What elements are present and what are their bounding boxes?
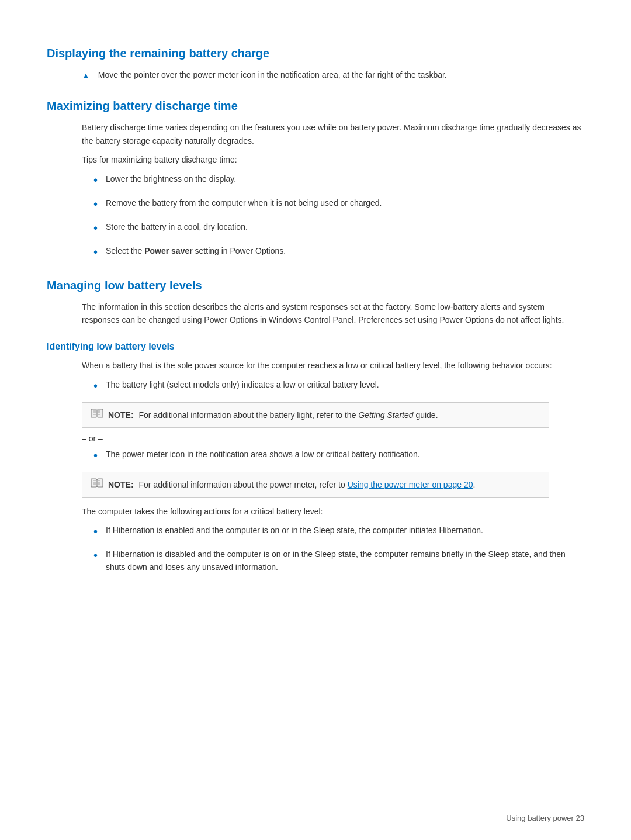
note1-text-before: For additional information about the bat… bbox=[138, 410, 358, 420]
list-item: • Select the Power saver setting in Powe… bbox=[93, 244, 584, 261]
svg-rect-0 bbox=[91, 409, 96, 417]
subsection-heading: Identifying low battery levels bbox=[47, 341, 584, 352]
bullet-dot-icon: • bbox=[93, 446, 98, 465]
triangle-icon: ▲ bbox=[82, 69, 90, 82]
note-book-icon-2 bbox=[91, 478, 103, 489]
list-item: • If Hibernation is enabled and the comp… bbox=[93, 524, 584, 541]
section2-bullet-list: • Lower the brightness on the display. •… bbox=[93, 172, 584, 261]
bullet-text: The battery light (select models only) i… bbox=[106, 378, 379, 391]
note1-label: NOTE: bbox=[108, 410, 134, 420]
list-item: • If Hibernation is disabled and the com… bbox=[93, 548, 584, 574]
svg-rect-1 bbox=[98, 409, 103, 417]
or-text: – or – bbox=[82, 434, 584, 443]
list-item: • Store the battery in a cool, dry locat… bbox=[93, 220, 584, 237]
section1-bullet-text: Move the pointer over the power meter ic… bbox=[98, 68, 447, 81]
list-item: • The battery light (select models only)… bbox=[93, 378, 584, 395]
bullet-dot-icon: • bbox=[93, 522, 98, 541]
bullet-text: If Hibernation is enabled and the comput… bbox=[106, 524, 483, 537]
page-footer: Using battery power 23 bbox=[506, 814, 584, 822]
section3-heading: Managing low battery levels bbox=[47, 279, 584, 292]
list-item: • The power meter icon in the notificati… bbox=[93, 448, 584, 465]
bullet-dot-icon: • bbox=[93, 219, 98, 237]
note-box-2: NOTE: For additional information about t… bbox=[82, 472, 549, 497]
section1-bullet: ▲ Move the pointer over the power meter … bbox=[82, 68, 584, 82]
note-box-1: NOTE: For additional information about t… bbox=[82, 402, 549, 428]
section2-paragraph1: Battery discharge time varies depending … bbox=[82, 121, 584, 147]
svg-rect-8 bbox=[91, 479, 96, 487]
list-item: • Remove the battery from the computer w… bbox=[93, 196, 584, 213]
note2-text-before: For additional information about the pow… bbox=[138, 480, 347, 489]
subsection-bullet-list2: • The power meter icon in the notificati… bbox=[93, 448, 584, 465]
bullet-dot-icon: • bbox=[93, 376, 98, 395]
note2-label: NOTE: bbox=[108, 480, 134, 489]
subsection-paragraph2: The computer takes the following actions… bbox=[82, 505, 584, 518]
subsection-paragraph1: When a battery that is the sole power so… bbox=[82, 359, 584, 372]
note1-content: NOTE: For additional information about t… bbox=[108, 409, 438, 421]
bullet-dot-icon: • bbox=[93, 171, 98, 189]
note2-content: NOTE: For additional information about t… bbox=[108, 478, 475, 491]
subsection-bullet-list1: • The battery light (select models only)… bbox=[93, 378, 584, 395]
list-item: • Lower the brightness on the display. bbox=[93, 172, 584, 189]
section2-heading: Maximizing battery discharge time bbox=[47, 99, 584, 113]
footer-text: Using battery power 23 bbox=[506, 814, 584, 822]
note1-text-after: guide. bbox=[414, 410, 438, 420]
note1-italic: Getting Started bbox=[358, 410, 413, 420]
bullet-text: Lower the brightness on the display. bbox=[106, 172, 236, 185]
note-book-icon bbox=[91, 409, 103, 419]
bullet-dot-icon: • bbox=[93, 243, 98, 261]
bullet-text: The power meter icon in the notification… bbox=[106, 448, 420, 461]
bullet-text: If Hibernation is disabled and the compu… bbox=[106, 548, 584, 574]
subsection-bullet-list3: • If Hibernation is enabled and the comp… bbox=[93, 524, 584, 574]
bullet-dot-icon: • bbox=[93, 546, 98, 565]
section2-paragraph2: Tips for maximizing battery discharge ti… bbox=[82, 153, 584, 166]
bullet-text: Store the battery in a cool, dry locatio… bbox=[106, 220, 248, 233]
bullet-dot-icon: • bbox=[93, 195, 98, 213]
note2-link[interactable]: Using the power meter on page 20 bbox=[348, 480, 473, 489]
section1-heading: Displaying the remaining battery charge bbox=[47, 47, 584, 60]
bullet-text: Remove the battery from the computer whe… bbox=[106, 196, 382, 209]
svg-rect-9 bbox=[98, 479, 103, 487]
section3-paragraph1: The information in this section describe… bbox=[82, 300, 584, 327]
bullet-text: Select the Power saver setting in Power … bbox=[106, 244, 286, 257]
